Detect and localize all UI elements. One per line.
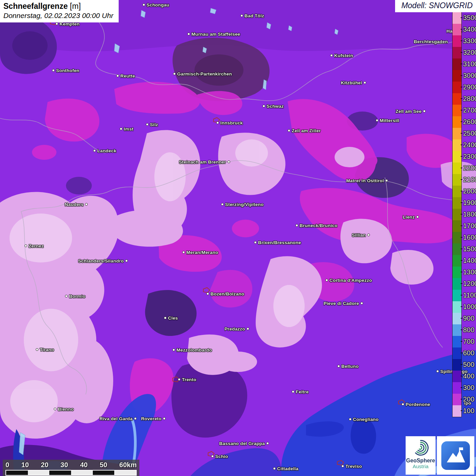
legend-label-800: 800 [463,326,474,334]
legend-label-3200: 3200 [463,49,476,56]
model-label: Modell: SNOWGRID [395,0,476,12]
legend-label-1100: 1100 [463,291,476,299]
legend-label-2200: 2200 [463,164,476,172]
title-text: Schneefallgrenze [3,2,68,11]
legend-label-3400: 3400 [463,26,476,33]
scale-tick-label: 20 [41,461,48,469]
legend-label-2400: 2400 [463,141,476,149]
scale-bar-segments [5,470,137,476]
legend-label-3300: 3300 [463,37,476,45]
legend-label-2800: 2800 [463,95,476,102]
legend-label-600: 600 [463,349,474,357]
scale-bar-cell [93,471,115,475]
legend-label-1700: 1700 [463,222,476,230]
page-title: Schneefallgrenze [m] [3,2,113,11]
scale-bar-cell [28,471,50,475]
legend-label-2300: 2300 [463,153,476,160]
legend-label-2700: 2700 [463,106,476,114]
snowfall-line-raster-map [0,0,476,476]
legend-label-1300: 1300 [463,268,476,276]
legend-value-labels: 3500340033003200310030002900280027002600… [452,12,476,420]
title-datetime: Donnerstag, 02.02.2023 00:00 Uhr [3,12,113,20]
legend-label-2100: 2100 [463,176,476,183]
legend-label-3000: 3000 [463,72,476,79]
elevation-legend: 3500340033003200310030002900280027002600… [452,12,476,420]
title-unit: [m] [70,2,81,11]
scale-tick-label: 10 [21,461,29,469]
scale-tick-label: 0 [5,461,9,469]
legend-label-2500: 2500 [463,130,476,137]
legend-label-1800: 1800 [463,210,476,218]
geosphere-austria-text: Austria [413,464,429,469]
legend-label-2900: 2900 [463,83,476,91]
legend-label-200: 200 [463,395,474,403]
legend-label-1400: 1400 [463,257,476,264]
geosphere-austria-logo: GeoSphere Austria [406,436,436,475]
geosphere-wordmark: GeoSphere [406,458,435,464]
scale-bar-cell [6,471,28,475]
legend-label-300: 300 [463,384,474,391]
scale-tick-labels: 0102030405060km [5,461,137,469]
map-title-box: Schneefallgrenze [m] Donnerstag, 02.02.2… [0,0,119,22]
mountain-logo [437,436,474,475]
legend-label-500: 500 [463,361,474,368]
legend-label-1500: 1500 [463,245,476,253]
legend-label-2600: 2600 [463,118,476,125]
scale-bar-cell [71,471,93,475]
legend-label-3500: 3500 [463,14,476,21]
legend-label-1000: 1000 [463,303,476,310]
legend-label-1600: 1600 [463,234,476,241]
scale-bar-cell [49,471,71,475]
legend-label-2000: 2000 [463,187,476,195]
mountain-icon [440,440,471,471]
geosphere-swirl-icon [411,438,430,458]
scale-bar-cell [114,471,136,475]
legend-label-1900: 1900 [463,199,476,206]
scale-tick-label: 60km [119,461,137,469]
map-scale-bar: 0102030405060km [3,460,139,476]
legend-label-3100: 3100 [463,60,476,68]
scale-tick-label: 40 [80,461,88,469]
legend-label-100: 100 [463,407,474,414]
scale-tick-label: 50 [100,461,107,469]
scale-tick-label: 30 [61,461,68,469]
legend-label-400: 400 [463,372,474,380]
legend-label-900: 900 [463,314,474,322]
legend-label-1200: 1200 [463,280,476,287]
snowfall-line-map-page: SchongauBad TölzKemptenMurnau am Staffel… [0,0,476,476]
legend-label-700: 700 [463,338,474,345]
